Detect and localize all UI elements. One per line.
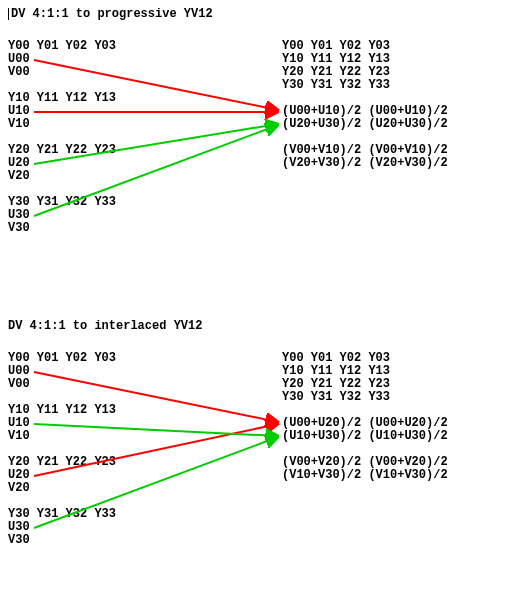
text-row: V00 [8, 66, 116, 79]
text-row: Y30 Y31 Y32 Y33 [282, 79, 448, 92]
text-row: (U10+U30)/2 (U10+U30)/2 [282, 430, 448, 443]
text-row: (V20+V30)/2 (V20+V30)/2 [282, 157, 448, 170]
left-column: Y00 Y01 Y02 Y03U00V00Y10 Y11 Y12 Y13U10V… [8, 352, 116, 547]
diagram-progressive: Y00 Y01 Y02 Y03U00V00Y10 Y11 Y12 Y13U10V… [8, 40, 512, 280]
text-row: V10 [8, 118, 116, 131]
text-row: (V10+V30)/2 (V10+V30)/2 [282, 469, 448, 482]
right-column: Y00 Y01 Y02 Y03Y10 Y11 Y12 Y13Y20 Y21 Y2… [282, 40, 448, 170]
diagram-interlaced: Y00 Y01 Y02 Y03U00V00Y10 Y11 Y12 Y13U10V… [8, 352, 512, 592]
text-cursor [8, 8, 9, 20]
section-interlaced: DV 4:1:1 to interlaced YV12 Y00 Y01 Y02 … [8, 320, 512, 592]
text-row: V20 [8, 170, 116, 183]
text-row: V30 [8, 534, 116, 547]
title-text: DV 4:1:1 to progressive YV12 [11, 7, 213, 21]
left-column: Y00 Y01 Y02 Y03U00V00Y10 Y11 Y12 Y13U10V… [8, 40, 116, 235]
title-progressive: DV 4:1:1 to progressive YV12 [8, 8, 512, 20]
title-interlaced: DV 4:1:1 to interlaced YV12 [8, 320, 512, 332]
text-row: V10 [8, 430, 116, 443]
text-row: Y30 Y31 Y32 Y33 [282, 391, 448, 404]
text-row: V30 [8, 222, 116, 235]
section-progressive: DV 4:1:1 to progressive YV12 Y00 Y01 Y02… [8, 8, 512, 280]
text-row: (U20+U30)/2 (U20+U30)/2 [282, 118, 448, 131]
right-column: Y00 Y01 Y02 Y03Y10 Y11 Y12 Y13Y20 Y21 Y2… [282, 352, 448, 482]
text-row: V20 [8, 482, 116, 495]
text-row: V00 [8, 378, 116, 391]
